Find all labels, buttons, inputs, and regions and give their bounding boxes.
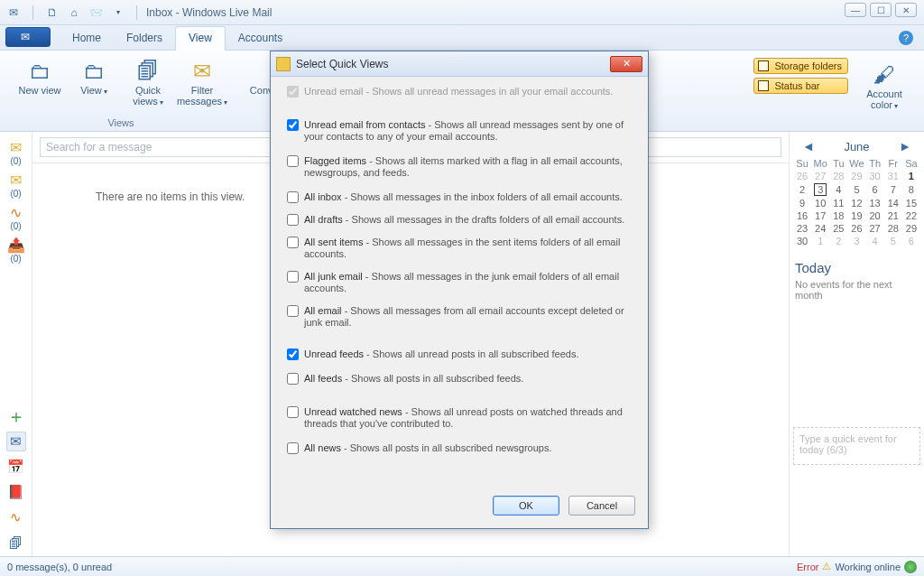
calendar-day[interactable]: 18 [829,209,847,222]
quickview-option-all_news[interactable]: All news - Shows all posts in all subscr… [287,442,635,454]
tab-accounts[interactable]: Accounts [226,27,295,50]
quick-views-button[interactable]: 🗐Quick views [123,54,173,112]
calendar-day[interactable]: 25 [829,222,847,235]
sidebar-outbox[interactable]: 📤(0) [3,235,30,265]
calendar-day[interactable]: 30 [866,170,884,182]
calendar-day[interactable]: 8 [902,182,920,197]
maximize-button[interactable]: ☐ [870,3,892,17]
calendar-day[interactable]: 6 [866,182,884,197]
calendar-day[interactable]: 5 [884,235,902,247]
quickview-option-flagged[interactable]: Flagged items - Shows all items marked w… [287,155,635,179]
filter-messages-button[interactable]: ✉Filter messages [177,54,227,112]
calendar-day[interactable]: 27 [811,170,829,182]
calendar-day[interactable]: 16 [793,209,811,222]
calendar-day[interactable]: 29 [902,222,920,235]
status-bar-toggle[interactable]: Status bar [753,78,848,94]
calendar-day[interactable]: 26 [793,170,811,182]
calendar-day[interactable]: 1 [811,235,829,247]
quickview-option-all_sent[interactable]: All sent items - Shows all messages in t… [287,237,635,260]
calendar-day[interactable]: 9 [793,197,811,209]
qat-home-icon[interactable]: ⌂ [66,6,82,19]
storage-folders-toggle[interactable]: Storage folders [753,58,848,74]
next-month-icon[interactable]: ► [895,139,915,153]
minimize-button[interactable]: — [845,3,866,17]
view-button[interactable]: 🗀View [69,54,119,101]
quick-event-input[interactable]: Type a quick event for today (6/3) [793,427,920,465]
calendar-day[interactable]: 20 [866,209,884,222]
nav-feeds-icon[interactable]: ∿ [6,507,26,527]
quickview-option-unread_contacts[interactable]: Unread email from contacts - Shows all u… [287,119,635,143]
close-button[interactable]: ✕ [895,3,917,17]
sidebar-unread-contacts[interactable]: ✉(0) [3,170,30,200]
calendar-day[interactable]: 29 [847,170,865,182]
tab-home[interactable]: Home [60,27,114,50]
calendar-day[interactable]: 31 [884,170,902,182]
calendar-day[interactable]: 28 [884,222,902,235]
nav-mail-icon[interactable]: ✉ [6,432,26,451]
calendar-day[interactable]: 23 [793,222,811,235]
calendar-day[interactable]: 27 [866,222,884,235]
checkbox-all_inbox[interactable] [287,191,299,203]
calendar-day[interactable]: 3 [847,235,865,247]
quickview-option-unread_feeds[interactable]: Unread feeds - Shows all unread posts in… [287,348,635,360]
checkbox-unread_feeds[interactable] [287,348,299,360]
quickview-option-all_email[interactable]: All email - Shows all messages from all … [287,305,635,329]
calendar-day[interactable]: 17 [811,209,829,222]
calendar-day[interactable]: 4 [829,182,847,197]
tab-view[interactable]: View [175,26,226,51]
quickview-option-all_feeds[interactable]: All feeds - Shows all posts in all subsc… [287,373,635,385]
add-account-icon[interactable]: ＋ [6,406,26,426]
calendar-day[interactable]: 21 [884,209,902,222]
calendar-day[interactable]: 30 [793,235,811,247]
quickview-option-unread_news[interactable]: Unread watched news - Shows all unread p… [287,406,635,430]
sidebar-unread-mail[interactable]: ✉(0) [3,137,30,168]
qat-customize-icon[interactable] [109,8,125,16]
ok-button[interactable]: OK [493,496,559,516]
checkbox-unread_news[interactable] [287,406,299,418]
nav-newsgroups-icon[interactable]: 🗐 [6,533,26,553]
prev-month-icon[interactable]: ◄ [799,139,818,153]
checkbox-all_feeds[interactable] [287,373,299,385]
tab-folders[interactable]: Folders [114,27,175,50]
calendar-day[interactable]: 11 [829,197,847,209]
calendar-day[interactable]: 26 [847,222,865,235]
checkbox-flagged[interactable] [287,155,299,167]
account-color-button[interactable]: 🖌Account color [859,58,910,127]
sidebar-unread-feeds[interactable]: ∿(0) [3,202,30,233]
calendar-grid[interactable]: SuMoTuWeThFrSa 2627282930311234567891011… [793,157,920,247]
qat-new-icon[interactable]: 🗋 [44,6,60,19]
nav-contacts-icon[interactable]: 📕 [6,482,26,502]
checkbox-unread_contacts[interactable] [287,119,299,131]
calendar-day[interactable]: 1 [902,170,920,182]
checkbox-all_sent[interactable] [287,237,299,248]
calendar-day[interactable]: 19 [847,209,865,222]
calendar-day[interactable]: 12 [847,197,865,209]
calendar-day[interactable]: 13 [866,197,884,209]
quickview-option-all_drafts[interactable]: All drafts - Shows all messages in the d… [287,214,635,226]
calendar-day[interactable]: 4 [866,235,884,247]
app-menu-button[interactable]: ✉ [5,27,51,47]
quickview-option-all_junk[interactable]: All junk email - Shows all messages in t… [287,271,635,294]
checkbox-all_news[interactable] [287,442,299,454]
checkbox-all_email[interactable] [287,305,299,317]
calendar-day[interactable]: 2 [793,182,811,197]
calendar-day[interactable]: 6 [902,235,920,247]
dialog-close-button[interactable]: ✕ [610,56,642,72]
new-view-button[interactable]: 🗀New view [14,54,65,99]
nav-calendar-icon[interactable]: 📅 [6,457,26,477]
calendar-day[interactable]: 24 [811,222,829,235]
quickview-option-all_inbox[interactable]: All inbox - Shows all messages in the in… [287,191,635,203]
calendar-day[interactable]: 3 [811,182,829,197]
help-icon[interactable]: ? [899,31,913,45]
calendar-day[interactable]: 15 [902,197,920,209]
calendar-day[interactable]: 28 [829,170,847,182]
dialog-title-bar[interactable]: Select Quick Views ✕ [271,51,648,77]
calendar-day[interactable]: 22 [902,209,920,222]
checkbox-all_drafts[interactable] [287,214,299,226]
status-error[interactable]: Error [797,562,818,572]
calendar-day[interactable]: 5 [847,182,865,197]
cancel-button[interactable]: Cancel [568,496,635,516]
calendar-day[interactable]: 14 [884,197,902,209]
calendar-day[interactable]: 7 [884,182,902,197]
calendar-day[interactable]: 2 [829,235,847,247]
